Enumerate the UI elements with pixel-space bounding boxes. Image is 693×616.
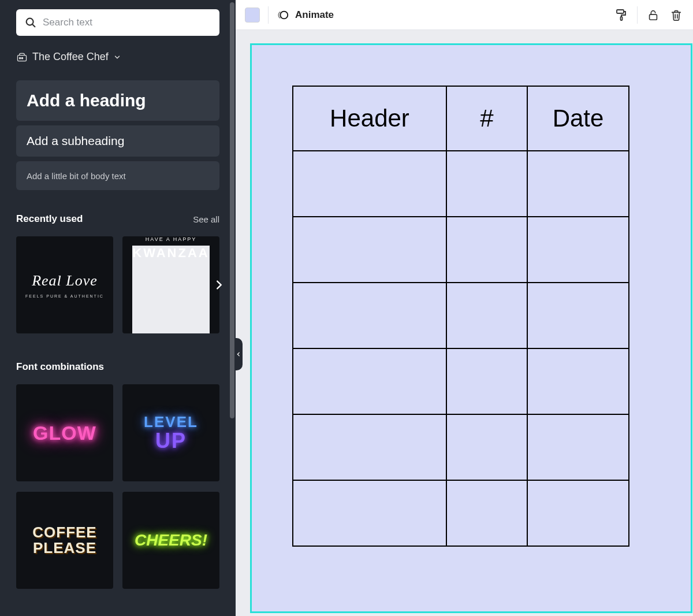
copy-style-button[interactable] [614,8,629,23]
text-sidebar: The Coffee Chef Add a heading Add a subh… [0,0,236,616]
recently-used-title: Recently used [16,213,83,225]
search-input[interactable] [43,17,211,28]
preset-text: Real Love [32,272,98,290]
chevron-down-icon [113,53,121,61]
table-cell[interactable] [293,348,446,414]
recently-used-row: Real Love FEELS PURE & AUTHENTIC HAVE A … [16,236,219,333]
context-toolbar: Animate [236,0,693,30]
see-all-recent[interactable]: See all [193,214,219,224]
text-preset-cheers[interactable]: CHEERS! [122,492,219,589]
table-row[interactable] [293,480,629,546]
search-icon [24,16,37,29]
text-preset-real-love[interactable]: Real Love FEELS PURE & AUTHENTIC [16,236,113,333]
table-header-cell[interactable]: Header [293,86,446,151]
preset-text: GLOW [33,422,96,444]
chevron-right-icon[interactable] [213,279,225,291]
editor-main: Animate Header # Date [236,0,693,616]
table-cell[interactable] [293,217,446,283]
preset-text: LEVEL [144,414,198,429]
lock-button[interactable] [646,8,661,23]
table-cell[interactable] [527,283,629,348]
table-cell[interactable] [527,348,629,414]
divider [268,6,269,24]
table-cell[interactable] [293,414,446,480]
brand-kit-label: The Coffee Chef [32,51,109,63]
delete-button[interactable] [669,8,684,23]
canvas-table[interactable]: Header # Date [292,86,629,547]
table-cell[interactable] [527,480,629,546]
sidebar-scrollbar[interactable] [230,2,234,418]
text-preset-coffee-please[interactable]: COFFEE PLEASE [16,492,113,589]
table-cell[interactable] [446,414,527,480]
table-cell[interactable] [527,151,629,217]
scrollbar-thumb[interactable] [230,2,234,418]
add-heading-button[interactable]: Add a heading [16,80,219,121]
search-field-wrap[interactable] [16,9,219,36]
table-cell[interactable] [446,480,527,546]
table-cell[interactable] [293,283,446,348]
preset-text: UP [155,431,187,451]
table-cell[interactable] [527,414,629,480]
text-preset-kwanzaa[interactable]: HAVE A HAPPY KWANZAA [122,236,219,333]
animate-icon [277,9,289,21]
table-row[interactable] [293,414,629,480]
table-cell[interactable] [293,480,446,546]
svg-point-5 [280,11,288,18]
trash-icon [670,9,683,21]
table-cell[interactable] [293,151,446,217]
collapse-sidebar-button[interactable] [234,338,243,370]
preset-subtext: HAVE A HAPPY [146,236,196,242]
brand-kit-icon [16,51,28,63]
table-cell[interactable] [446,283,527,348]
preset-text: PLEASE [33,540,96,556]
table-row[interactable] [293,348,629,414]
text-preset-level-up[interactable]: LEVEL UP [122,384,219,481]
canvas-area[interactable]: Header # Date [236,30,693,616]
table-body [293,151,629,546]
svg-rect-8 [650,14,657,20]
paint-roller-icon [614,8,628,22]
font-combinations-title: Font combinations [16,361,104,373]
table-header-row[interactable]: Header # Date [293,86,629,151]
preset-text: CHEERS! [135,531,207,550]
font-combos-row-1: GLOW LEVEL UP [16,384,219,481]
add-subheading-label: Add a subheading [27,134,124,148]
add-heading-label: Add a heading [27,91,146,110]
preset-subtext: FEELS PURE & AUTHENTIC [25,294,104,298]
table-header-cell[interactable]: Date [527,86,629,151]
divider [637,6,638,24]
svg-point-3 [20,57,21,58]
add-subheading-button[interactable]: Add a subheading [16,125,219,157]
animate-label: Animate [295,9,334,21]
svg-line-1 [32,24,35,27]
page-canvas[interactable]: Header # Date [252,45,691,611]
preset-text: KWANZAA [132,246,209,333]
table-row[interactable] [293,283,629,348]
brand-kit-selector[interactable]: The Coffee Chef [16,51,219,63]
preset-text: COFFEE [32,525,96,540]
animate-button[interactable]: Animate [277,9,334,21]
svg-rect-7 [621,17,623,20]
svg-rect-6 [617,10,624,13]
table-row[interactable] [293,151,629,217]
unlock-icon [647,9,660,21]
chevron-left-icon [236,350,241,358]
text-preset-glow[interactable]: GLOW [16,384,113,481]
table-cell[interactable] [446,348,527,414]
add-body-text-button[interactable]: Add a little bit of body text [16,161,219,190]
table-row[interactable] [293,217,629,283]
table-cell[interactable] [446,217,527,283]
font-combos-row-2: COFFEE PLEASE CHEERS! [16,492,219,589]
table-cell[interactable] [446,151,527,217]
table-header-cell[interactable]: # [446,86,527,151]
fill-color-swatch[interactable] [245,8,260,23]
svg-point-4 [21,57,23,58]
add-body-label: Add a little bit of body text [27,171,126,181]
table-cell[interactable] [527,217,629,283]
